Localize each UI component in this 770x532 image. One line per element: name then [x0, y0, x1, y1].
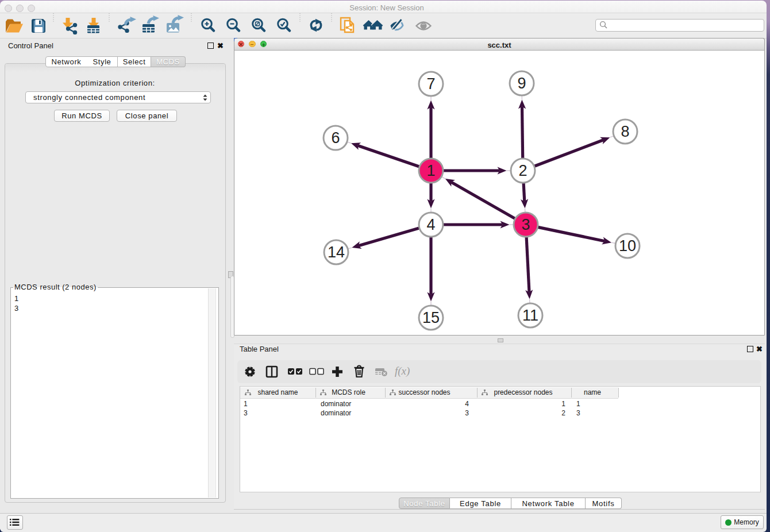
svg-text:9: 9	[517, 75, 526, 92]
svg-text:14: 14	[328, 244, 345, 261]
svg-text:7: 7	[426, 75, 435, 92]
svg-text:1: 1	[426, 162, 435, 179]
svg-text:11: 11	[522, 307, 538, 324]
svg-text:3: 3	[521, 216, 530, 233]
svg-text:8: 8	[621, 123, 629, 140]
svg-text:15: 15	[422, 309, 440, 326]
svg-text:2: 2	[518, 162, 527, 179]
svg-text:10: 10	[619, 237, 636, 255]
svg-text:4: 4	[426, 216, 435, 233]
svg-text:6: 6	[331, 129, 340, 147]
